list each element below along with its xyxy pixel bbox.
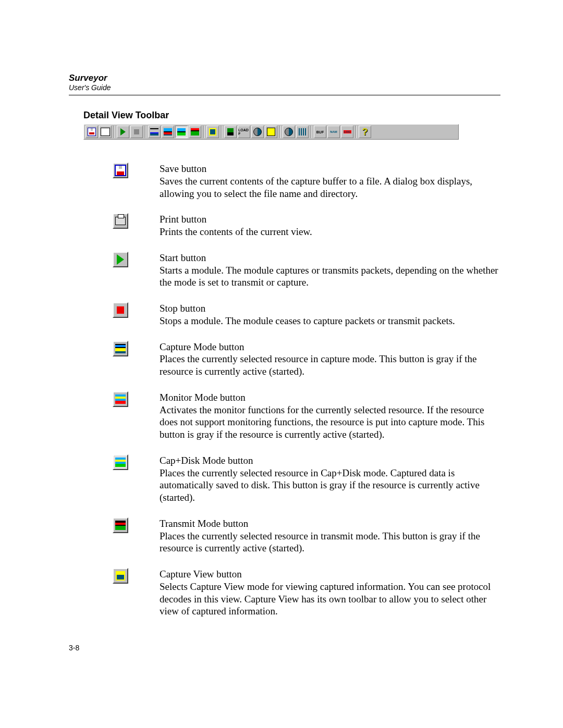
stop-icon xyxy=(134,129,139,134)
toolbar-description-row: Capture Mode buttonPlaces the currently … xyxy=(83,341,500,378)
example-button xyxy=(113,163,128,178)
item-description: Activates the monitor functions for the … xyxy=(160,404,500,441)
example-button xyxy=(113,213,128,229)
start-button[interactable] xyxy=(117,126,129,138)
flag-icon xyxy=(227,128,234,135)
item-description: Places the currently selected resource i… xyxy=(160,467,500,504)
toolbar-separator xyxy=(203,126,204,138)
item-description: Selects Capture View mode for viewing ca… xyxy=(160,581,500,618)
capture-view-icon xyxy=(209,128,216,135)
example-button xyxy=(113,391,128,407)
toolbar-description-row: Monitor Mode buttonActivates the monitor… xyxy=(83,391,500,441)
gauge-icon xyxy=(253,128,262,136)
print-button[interactable] xyxy=(99,126,112,138)
item-title: Start button xyxy=(160,252,500,264)
bars-button[interactable] xyxy=(296,126,309,138)
example-button xyxy=(113,341,128,356)
transmit-mode-icon xyxy=(191,128,199,135)
item-title: Cap+Disk Mode button xyxy=(160,454,500,467)
log-button[interactable]: LOG xyxy=(341,126,353,138)
toolbar-description-row: Transmit Mode buttonPlaces the currently… xyxy=(83,517,500,554)
toolbar-description-row: Cap+Disk Mode buttonPlaces the currently… xyxy=(83,454,500,504)
doc-header: Surveyor User's Guide xyxy=(69,73,500,95)
example-button xyxy=(113,568,128,584)
section-heading: Detail View Toolbar xyxy=(83,110,500,121)
item-description: Places the currently selected resource i… xyxy=(160,353,500,378)
example-button xyxy=(113,252,128,267)
toolbar-separator xyxy=(114,126,115,138)
transmit-mode-button[interactable] xyxy=(189,126,201,138)
load-icon: LOAD F xyxy=(238,128,250,135)
page-number: 3-8 xyxy=(69,644,500,652)
capture-mode-button[interactable] xyxy=(148,126,161,138)
item-description: Starts a module. The module captures or … xyxy=(160,264,500,289)
example-button xyxy=(113,454,128,470)
detail-view-toolbar: LOAD FBUFNAMLOG? xyxy=(83,124,459,140)
example-button xyxy=(113,517,128,533)
capdisk-mode-button[interactable] xyxy=(175,126,188,138)
gauge-button[interactable] xyxy=(251,126,264,138)
toolbar-separator xyxy=(145,126,146,138)
help-icon: ? xyxy=(362,128,368,135)
example-icon xyxy=(115,165,126,176)
toolbar-separator xyxy=(311,126,312,138)
monitor-mode-button[interactable] xyxy=(162,126,174,138)
buf-button[interactable]: BUF xyxy=(314,126,326,138)
toolbar-separator xyxy=(279,126,280,138)
toolbar-separator xyxy=(356,126,357,138)
item-description: Saves the current contents of the captur… xyxy=(160,175,500,200)
nam-button[interactable]: NAM xyxy=(327,126,340,138)
sweep-icon xyxy=(285,128,293,136)
log-icon: LOG xyxy=(344,130,351,133)
example-icon xyxy=(115,344,126,353)
example-icon xyxy=(115,521,126,530)
example-icon xyxy=(115,217,126,225)
help-button[interactable]: ? xyxy=(359,126,371,138)
item-title: Stop button xyxy=(160,302,500,315)
load-button[interactable]: LOAD F xyxy=(238,126,250,138)
example-icon xyxy=(115,458,126,467)
toolbar-description-row: Capture View buttonSelects Capture View … xyxy=(83,568,500,618)
doc-title: Surveyor xyxy=(69,73,500,83)
item-title: Transmit Mode button xyxy=(160,517,500,530)
capture-mode-icon xyxy=(150,128,158,135)
example-button xyxy=(113,302,128,318)
item-title: Monitor Mode button xyxy=(160,391,500,404)
item-description: Stops a module. The module ceases to cap… xyxy=(160,315,500,327)
save-icon xyxy=(88,128,96,136)
note-button[interactable] xyxy=(265,126,277,138)
save-button[interactable] xyxy=(85,126,98,138)
toolbar-description-row: Stop buttonStops a module. The module ce… xyxy=(83,302,500,327)
item-description: Prints the contents of the current view. xyxy=(160,226,500,238)
toolbar-description-row: Print buttonPrints the contents of the c… xyxy=(83,213,500,238)
item-title: Save button xyxy=(160,163,500,175)
start-icon xyxy=(120,128,126,135)
flag-button[interactable] xyxy=(224,126,237,138)
doc-subtitle: User's Guide xyxy=(69,83,500,92)
sweep-button[interactable] xyxy=(283,126,295,138)
buf-icon: BUF xyxy=(316,130,324,134)
example-icon xyxy=(116,571,125,581)
item-title: Capture Mode button xyxy=(160,341,500,353)
capture-view-button[interactable] xyxy=(206,126,219,138)
example-icon xyxy=(117,254,124,265)
toolbar-description-row: Save buttonSaves the current contents of… xyxy=(83,163,500,200)
example-icon xyxy=(117,306,124,314)
nam-icon: NAM xyxy=(330,130,337,133)
item-description: Places the currently selected resource i… xyxy=(160,530,500,555)
toolbar-separator xyxy=(221,126,222,138)
example-icon xyxy=(115,394,126,404)
toolbar-description-row: Start buttonStarts a module. The module … xyxy=(83,252,500,289)
monitor-mode-icon xyxy=(164,128,172,135)
bars-icon xyxy=(299,128,306,135)
note-icon xyxy=(267,128,275,136)
stop-button[interactable] xyxy=(130,126,143,138)
capdisk-mode-icon xyxy=(177,128,186,135)
item-title: Print button xyxy=(160,213,500,226)
item-title: Capture View button xyxy=(160,568,500,581)
print-icon xyxy=(101,128,110,136)
